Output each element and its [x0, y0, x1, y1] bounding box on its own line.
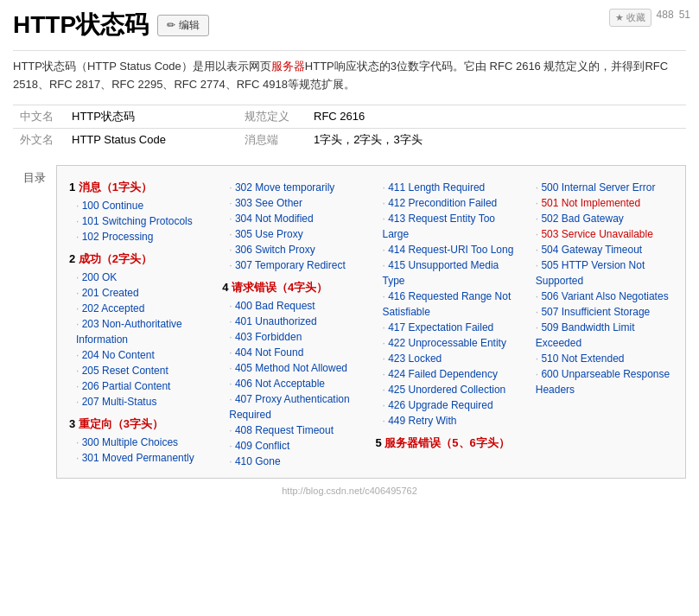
toc-item-412[interactable]: 412 Precondition Failed [383, 195, 520, 211]
toc-item-205[interactable]: 205 Reset Content [76, 363, 213, 378]
toc-item-206[interactable]: 206 Partial Content [76, 378, 213, 394]
toc-item-408[interactable]: 408 Request Timeout [229, 422, 366, 438]
toc-item-411[interactable]: 411 Length Required [383, 180, 520, 195]
info-row-2: 外文名 HTTP Status Code 消息端 1字头，2字头，3字头 [13, 128, 686, 151]
toc-item-505[interactable]: 505 HTTP Version Not Supported [536, 257, 673, 289]
toc-item-424[interactable]: 424 Failed Dependency [383, 366, 520, 382]
info-value-enname: HTTP Status Code [65, 128, 238, 151]
info-label-spec: 规范定义 [238, 105, 307, 128]
toc-item-510[interactable]: 510 Not Extended [536, 351, 673, 366]
toc-item-100[interactable]: 100 Continue [76, 198, 213, 213]
toc-item-426[interactable]: 426 Upgrade Required [383, 397, 520, 413]
info-label-zhname: 中文名 [13, 105, 65, 128]
toc-item-500[interactable]: 500 Internal Server Error [536, 180, 673, 195]
toc-item-422[interactable]: 422 Unprocessable Entity [383, 335, 520, 351]
toc-item-306[interactable]: 306 Switch Proxy [229, 242, 366, 257]
toc-item-409[interactable]: 409 Conflict [229, 438, 366, 454]
toc-item-307[interactable]: 307 Temporary Redirect [229, 257, 366, 273]
toc-section-3: 3 重定向（3字头） [69, 416, 213, 432]
toc-item-501[interactable]: 501 Not Implemented [536, 195, 673, 211]
toc-col-4: 500 Internal Server Error 501 Not Implem… [529, 175, 673, 469]
info-value-spec: RFC 2616 [307, 105, 686, 128]
toc-item-203[interactable]: 203 Non-Authoritative Information [76, 316, 213, 347]
toc-item-503[interactable]: 503 Service Unavailable [536, 226, 673, 242]
toc-item-509[interactable]: 509 Bandwidth Limit Exceeded [536, 320, 673, 351]
toc-section-1: 1 消息（1字头） [69, 180, 213, 195]
toc-item-417[interactable]: 417 Expectation Failed [383, 320, 520, 335]
toc-item-300[interactable]: 300 Multiple Choices [76, 435, 213, 450]
toc-item-304[interactable]: 304 Not Modified [229, 211, 366, 226]
toc-item-403[interactable]: 403 Forbidden [229, 329, 366, 345]
page-header: HTTP状态码 ✏ 编辑 [13, 9, 686, 41]
toc-item-504[interactable]: 504 Gateway Timeout [536, 242, 673, 257]
toc-item-425[interactable]: 425 Unordered Collection [383, 382, 520, 397]
toc-columns: 1 消息（1字头） 100 Continue 101 Switching Pro… [69, 175, 673, 469]
toc-item-423[interactable]: 423 Locked [383, 351, 520, 366]
toc-item-413[interactable]: 413 Request Entity Too Large [383, 211, 520, 242]
toc-item-200[interactable]: 200 OK [76, 270, 213, 285]
toc-section-4: 4 请求错误（4字头） [222, 280, 366, 295]
toc-col-1: 1 消息（1字头） 100 Continue 101 Switching Pro… [69, 175, 213, 469]
toc-item-305[interactable]: 305 Use Proxy [229, 226, 366, 242]
description-text: HTTP状态码（HTTP Status Code）是用以表示网页服务器HTTP响… [13, 60, 668, 91]
toc-item-506[interactable]: 506 Variant Also Negotiates [536, 289, 673, 304]
toc-item-401[interactable]: 401 Unauthorized [229, 314, 366, 329]
page-title: HTTP状态码 [13, 9, 149, 41]
comment-count: 51 [679, 9, 690, 27]
toc-section-5: 5 服务器错误（5、6字头） [376, 435, 520, 451]
info-value-zhname: HTTP状态码 [65, 105, 238, 128]
info-label-msg: 消息端 [238, 128, 307, 151]
toc-item-502[interactable]: 502 Bad Gateway [536, 211, 673, 226]
toc-item-414[interactable]: 414 Request-URI Too Long [383, 242, 520, 257]
edit-button[interactable]: ✏ 编辑 [157, 15, 209, 36]
share-icon[interactable]: ★ 收藏 [609, 9, 651, 27]
page-description: HTTP状态码（HTTP Status Code）是用以表示网页服务器HTTP响… [13, 50, 686, 94]
edit-label: 编辑 [179, 18, 200, 33]
toc-item-415[interactable]: 415 Unsupported Media Type [383, 257, 520, 289]
toc-item-600[interactable]: 600 Unparseable Response Headers [536, 366, 673, 397]
toc-item-407[interactable]: 407 Proxy Authentication Required [229, 391, 366, 422]
like-count: 488 [657, 9, 674, 27]
toc-item-406[interactable]: 406 Not Acceptable [229, 376, 366, 391]
edit-icon: ✏ [167, 19, 175, 31]
info-label-enname: 外文名 [13, 128, 65, 151]
toc-item-201[interactable]: 201 Created [76, 285, 213, 301]
toc-col-2: 302 Move temporarily 303 See Other 304 N… [222, 175, 366, 469]
main-area: 目录 1 消息（1字头） 100 Continue 101 Switching … [13, 165, 686, 479]
toc-label: 目录 [13, 165, 56, 479]
toc-item-400[interactable]: 400 Bad Request [229, 298, 366, 314]
toc-item-449[interactable]: 449 Retry With [383, 413, 520, 429]
info-row-1: 中文名 HTTP状态码 规范定义 RFC 2616 [13, 105, 686, 128]
toc-item-404[interactable]: 404 Not Found [229, 345, 366, 360]
toc-col-3: 411 Length Required 412 Precondition Fai… [376, 175, 520, 469]
toc-item-101[interactable]: 101 Switching Protocols [76, 213, 213, 229]
toc-box: 1 消息（1字头） 100 Continue 101 Switching Pro… [56, 165, 686, 479]
toc-item-507[interactable]: 507 Insufficient Storage [536, 304, 673, 320]
info-value-msg: 1字头，2字头，3字头 [307, 128, 686, 151]
toc-item-204[interactable]: 204 No Content [76, 347, 213, 363]
toc-item-405[interactable]: 405 Method Not Allowed [229, 360, 366, 376]
toc-item-303[interactable]: 303 See Other [229, 195, 366, 211]
toc-section-2: 2 成功（2字头） [69, 251, 213, 267]
toc-item-102[interactable]: 102 Processing [76, 229, 213, 244]
top-right-icons: ★ 收藏 488 51 [609, 9, 690, 27]
toc-item-302[interactable]: 302 Move temporarily [229, 180, 366, 195]
toc-item-207[interactable]: 207 Multi-Status [76, 394, 213, 410]
watermark: http://blog.csdn.net/c406495762 [13, 486, 686, 496]
info-table: 中文名 HTTP状态码 规范定义 RFC 2616 外文名 HTTP Statu… [13, 105, 686, 151]
toc-item-410[interactable]: 410 Gone [229, 454, 366, 469]
toc-item-202[interactable]: 202 Accepted [76, 301, 213, 316]
toc-item-301[interactable]: 301 Moved Permanently [76, 450, 213, 466]
toc-item-416[interactable]: 416 Requested Range Not Satisfiable [383, 289, 520, 320]
